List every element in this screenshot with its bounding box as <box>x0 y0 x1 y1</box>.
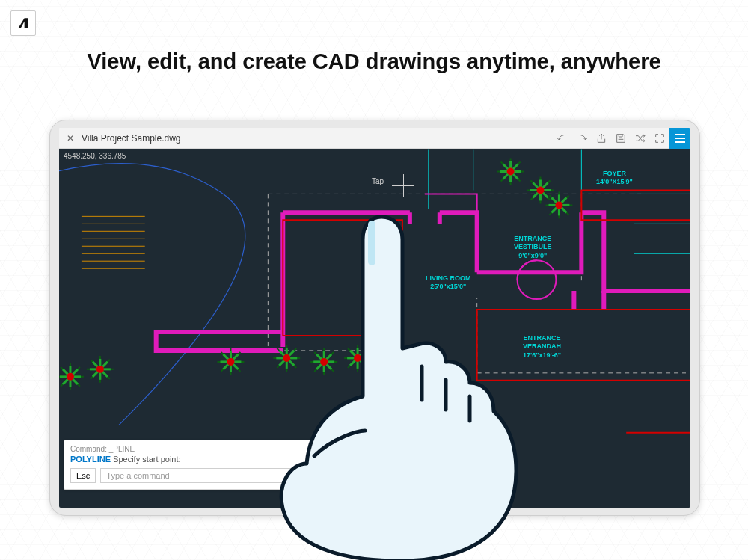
command-prompt: POLYLINE Specify start point: <box>70 455 356 464</box>
room-label-vestibule: ENTRANCE VESTIBULE 9'0"x9'0" <box>514 235 552 260</box>
shuffle-icon <box>634 132 646 144</box>
fullscreen-button[interactable] <box>650 128 669 149</box>
redo-button[interactable] <box>572 128 592 149</box>
shuffle-button[interactable] <box>631 128 650 149</box>
redo-icon <box>576 132 588 144</box>
share-icon <box>595 132 607 144</box>
menu-button[interactable] <box>669 128 690 149</box>
room-label-verandah: ENTRANCE VERANDAH 17'6"x19'-6" <box>523 334 561 360</box>
enter-key[interactable]: Enter <box>325 468 356 483</box>
brand-logo <box>10 10 36 36</box>
command-input[interactable] <box>100 468 319 483</box>
device-nav-handle: | | | <box>364 496 385 505</box>
undo-button[interactable] <box>553 128 572 149</box>
command-history: Command: _PLINE <box>70 445 356 453</box>
share-button[interactable] <box>592 128 611 149</box>
tablet-frame: ✕ Villa Project Sample.dwg <box>49 120 700 516</box>
hamburger-icon <box>675 138 685 139</box>
fullscreen-icon <box>654 132 666 144</box>
autodesk-logo-icon <box>16 16 31 31</box>
save-button[interactable] <box>611 128 631 149</box>
close-button[interactable]: ✕ <box>59 133 82 144</box>
undo-icon <box>557 132 568 144</box>
command-prompt-text: Specify start point: <box>113 455 181 464</box>
marketing-headline: View, edit, and create CAD drawings anyt… <box>0 49 748 74</box>
tablet-screen: ✕ Villa Project Sample.dwg <box>59 128 690 508</box>
command-bar: Command: _PLINE POLYLINE Specify start p… <box>64 440 363 490</box>
document-title: Villa Project Sample.dwg <box>82 133 181 144</box>
room-label-foyer: FOYER 14'0"X15'9" <box>596 170 633 187</box>
command-name: POLYLINE <box>70 455 111 464</box>
app-header: ✕ Villa Project Sample.dwg <box>59 128 690 149</box>
drawing-canvas[interactable]: 4548.250, 336.785 Tap <box>59 149 690 508</box>
room-label-living: LIVING ROOM 25'0"x15'0" <box>426 274 471 292</box>
esc-key[interactable]: Esc <box>70 468 96 483</box>
save-icon <box>615 132 627 144</box>
